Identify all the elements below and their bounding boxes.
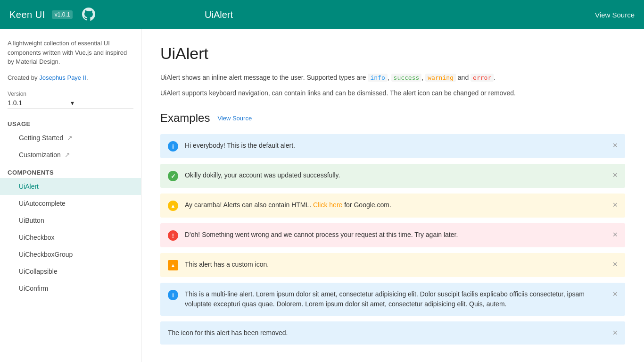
- alert-error-icon: !: [168, 230, 178, 241]
- alert-success-message: Okilly dokilly, your account was updated…: [185, 170, 608, 180]
- usage-section-title: Usage: [0, 115, 141, 129]
- alert-error-close-button[interactable]: ×: [612, 230, 618, 239]
- alert-info-default: i Hi everybody! This is the default aler…: [160, 134, 625, 158]
- alert-warning: ▲ Ay caramba! Alerts can also contain HT…: [160, 194, 625, 218]
- version-select[interactable]: 1.0.1 ▾: [8, 99, 133, 109]
- header-brand: Keen UI v1.0.1: [9, 7, 205, 23]
- getting-started-label: Getting Started: [19, 134, 63, 142]
- sidebar-item-customization[interactable]: Customization ↗: [0, 146, 141, 163]
- sidebar-description: A lightweight collection of essential UI…: [0, 39, 141, 74]
- examples-header: Examples View Source: [160, 111, 625, 125]
- customization-label: Customization: [19, 151, 61, 159]
- app-title: Keen UI: [9, 9, 45, 20]
- alert-error: ! D'oh! Something went wrong and we cann…: [160, 223, 625, 247]
- alert-success: ✓ Okilly dokilly, your account was updat…: [160, 164, 625, 188]
- header-view-source-link[interactable]: View Source: [595, 11, 635, 19]
- sidebar-item-uicollapsible[interactable]: UiCollapsible: [0, 263, 141, 280]
- main-content: UiAlert UiAlert shows an inline alert me…: [141, 29, 644, 362]
- main-layout: A lightweight collection of essential UI…: [0, 29, 644, 362]
- alert-error-message: D'oh! Something went wrong and we cannot…: [185, 230, 608, 240]
- alert-custom-icon-badge: ▲: [168, 260, 178, 270]
- examples-view-source-link[interactable]: View Source: [217, 115, 252, 122]
- sidebar-item-uiconfirm[interactable]: UiConfirm: [0, 280, 141, 297]
- alert-multiline-message: This is a multi-line alert. Lorem ipsum …: [185, 289, 608, 309]
- examples-title: Examples: [160, 111, 210, 125]
- warning-msg-pre: Ay caramba! Alerts can also contain HTML…: [185, 201, 313, 209]
- alert-info-message: Hi everybody! This is the default alert.: [185, 141, 608, 151]
- external-link-icon: ↗: [65, 151, 70, 159]
- alert-warning-link[interactable]: Click here: [313, 201, 342, 209]
- app-version: v1.0.1: [52, 10, 73, 19]
- description-2: UiAlert supports keyboard navigation, ca…: [160, 88, 625, 98]
- alert-multiline-icon: i: [168, 290, 178, 300]
- alert-custom-close-button[interactable]: ×: [612, 260, 618, 269]
- created-by-link[interactable]: Josephus Paye II: [39, 74, 86, 81]
- alert-warning-icon: ▲: [168, 201, 178, 211]
- alert-custom-icon: ▲ This alert has a custom icon. ×: [160, 253, 625, 277]
- code-error: error: [471, 74, 494, 82]
- sidebar: A lightweight collection of essential UI…: [0, 29, 141, 362]
- alert-custom-message: This alert has a custom icon.: [185, 260, 608, 269]
- desc1-pre: UiAlert shows an inline alert message to…: [160, 74, 368, 81]
- created-by-prefix: Created by: [8, 74, 39, 81]
- alert-success-icon: ✓: [168, 171, 178, 181]
- sidebar-item-getting-started[interactable]: Getting Started ↗: [0, 129, 141, 146]
- alert-info-close-button[interactable]: ×: [612, 141, 618, 150]
- alert-multiline-close-button[interactable]: ×: [612, 290, 618, 298]
- alert-warning-message: Ay caramba! Alerts can also contain HTML…: [185, 200, 608, 210]
- description-1: UiAlert shows an inline alert message to…: [160, 72, 625, 83]
- alert-success-close-button[interactable]: ×: [612, 171, 618, 179]
- alert-multiline: i This is a multi-line alert. Lorem ipsu…: [160, 283, 625, 316]
- warning-msg-post: for Google.com.: [342, 201, 391, 209]
- alert-warning-close-button[interactable]: ×: [612, 201, 618, 209]
- app-header: Keen UI v1.0.1 UiAlert View Source: [0, 0, 644, 29]
- sidebar-created-by: Created by Josephus Paye II.: [0, 74, 141, 85]
- alert-info-icon: i: [168, 141, 178, 152]
- external-link-icon: ↗: [67, 134, 73, 142]
- code-warning: warning: [425, 74, 456, 82]
- code-success: success: [391, 74, 422, 82]
- chevron-down-icon: ▾: [71, 99, 134, 107]
- github-icon[interactable]: [81, 7, 96, 23]
- alert-no-icon: The icon for this alert has been removed…: [160, 321, 625, 345]
- sidebar-item-uicheckboxgroup[interactable]: UiCheckboxGroup: [0, 246, 141, 263]
- sidebar-item-uicheckbox[interactable]: UiCheckbox: [0, 229, 141, 246]
- version-value: 1.0.1: [8, 99, 71, 107]
- version-label: Version: [8, 91, 133, 97]
- page-title: UiAlert: [160, 44, 625, 63]
- sidebar-item-uibutton[interactable]: UiButton: [0, 212, 141, 229]
- sidebar-item-uiautocomplete[interactable]: UiAutocomplete: [0, 195, 141, 212]
- alert-no-icon-close-button[interactable]: ×: [612, 328, 618, 337]
- alert-no-icon-message: The icon for this alert has been removed…: [168, 328, 608, 338]
- components-section-title: Components: [0, 163, 141, 178]
- header-component-name: UiAlert: [205, 9, 595, 20]
- sidebar-item-uialert[interactable]: UiAlert: [0, 178, 141, 195]
- version-section: Version 1.0.1 ▾: [0, 85, 141, 115]
- code-info: info: [368, 74, 387, 82]
